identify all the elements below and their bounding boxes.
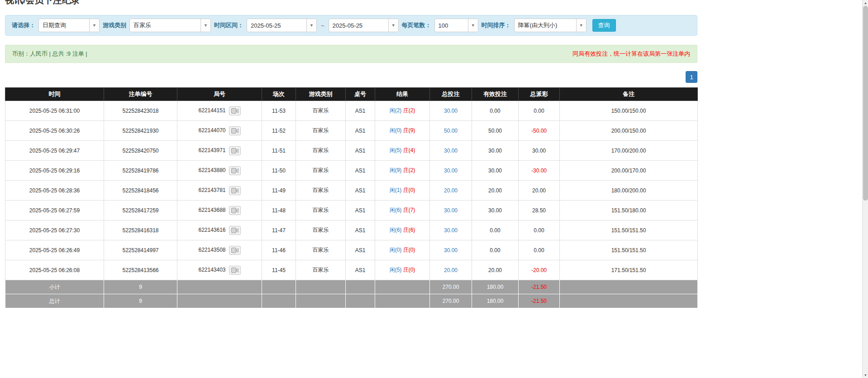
subtotal-row: 小计9270.00180.00-21.50 xyxy=(5,280,698,294)
round-number: 622143403 xyxy=(198,267,225,273)
cell-table-number: AS1 xyxy=(346,220,375,240)
round-number: 622143688 xyxy=(198,207,225,213)
cell-remark: 171.50/151.50 xyxy=(560,260,698,280)
total-bet-link[interactable]: 30.00 xyxy=(444,227,458,234)
date-range-separator: ~ xyxy=(320,22,325,29)
video-replay-icon[interactable] xyxy=(229,166,241,175)
table-row: 2025-05-25 06:28:36522528418456622143781… xyxy=(5,181,698,201)
cell-table-number: AS1 xyxy=(346,181,375,201)
game-type-label: 游戏类别 xyxy=(103,21,126,29)
cell-payout: 0.00 xyxy=(519,220,560,240)
cell-bet-number: 522528414997 xyxy=(104,240,177,260)
total-bet-link[interactable]: 30.00 xyxy=(444,108,458,114)
scroll-up-arrow-icon[interactable]: ▲ xyxy=(863,0,868,6)
total-bet-link[interactable]: 50.00 xyxy=(444,128,458,134)
cell-result: 闲(5) 庄(4) xyxy=(375,141,430,161)
video-replay-icon[interactable] xyxy=(229,266,241,275)
cell-valid-bet: 50.00 xyxy=(472,121,519,141)
time-sort-dropdown[interactable]: 降冪(由大到小) ▼ xyxy=(514,19,587,32)
cell-round-number: 622144070 xyxy=(177,121,262,141)
game-type-dropdown[interactable]: 百家乐 ▼ xyxy=(129,19,211,32)
footer-cell: 9 xyxy=(104,280,177,294)
total-bet-link[interactable]: 20.00 xyxy=(444,187,458,194)
round-number: 622143781 xyxy=(198,187,225,193)
total-bet-link[interactable]: 30.00 xyxy=(444,148,458,154)
cell-session: 11-48 xyxy=(262,201,296,220)
video-replay-icon[interactable] xyxy=(229,126,241,135)
footer-cell: 270.00 xyxy=(430,280,472,294)
cell-bet-number: 522528421930 xyxy=(104,121,177,141)
scroll-down-arrow-icon[interactable]: ▼ xyxy=(863,372,868,378)
cell-time: 2025-05-25 06:28:36 xyxy=(5,181,104,201)
cell-bet-number: 522528423018 xyxy=(104,101,177,121)
cell-round-number: 622143971 xyxy=(177,141,262,161)
grand-total-row: 总计9270.00180.00-21.50 xyxy=(5,294,698,308)
chevron-down-icon[interactable]: ▼ xyxy=(306,19,316,32)
total-bet-link[interactable]: 30.00 xyxy=(444,247,458,254)
cell-total-bet: 30.00 xyxy=(430,220,472,240)
footer-cell xyxy=(177,294,262,308)
vertical-scrollbar[interactable]: ▲ ▼ xyxy=(862,0,868,378)
cell-table-number: AS1 xyxy=(346,101,375,121)
cell-time: 2025-05-25 06:31:00 xyxy=(5,101,104,121)
chevron-down-icon[interactable]: ▼ xyxy=(200,19,210,32)
video-replay-icon[interactable] xyxy=(229,206,241,215)
cell-session: 11-46 xyxy=(262,240,296,260)
table-row: 2025-05-25 06:26:08522528413566622143403… xyxy=(5,260,698,280)
column-header: 场次 xyxy=(262,88,296,101)
chevron-down-icon[interactable]: ▼ xyxy=(468,19,478,32)
cell-total-bet: 30.00 xyxy=(430,141,472,161)
per-page-dropdown[interactable]: 100 ▼ xyxy=(434,19,478,32)
cell-result: 闲(9) 庄(2) xyxy=(375,161,430,181)
table-header: 时间注单编号局号场次游戏类别桌号结果总投注有效投注总派彩备注 xyxy=(5,88,698,101)
scrollbar-thumb[interactable] xyxy=(863,6,868,201)
currency-total-info: 币别：人民币 | 总共 :9 注单 | xyxy=(12,50,87,58)
cell-time: 2025-05-25 06:27:59 xyxy=(5,201,104,220)
chevron-down-icon[interactable]: ▼ xyxy=(89,19,99,32)
search-button[interactable]: 查询 xyxy=(592,19,616,32)
video-replay-icon[interactable] xyxy=(229,246,241,255)
pagination: 1 xyxy=(5,71,697,83)
cell-time: 2025-05-25 06:30:26 xyxy=(5,121,104,141)
cell-session: 11-47 xyxy=(262,220,296,240)
query-type-dropdown[interactable]: 日期查询 ▼ xyxy=(38,19,100,32)
footer-cell xyxy=(560,294,698,308)
date-from-dropdown[interactable]: 2025-05-25 ▼ xyxy=(247,19,317,32)
cell-valid-bet: 20.00 xyxy=(472,260,519,280)
cell-game-type: 百家乐 xyxy=(296,220,346,240)
filter-bar: 请选择： 日期查询 ▼ 游戏类别 百家乐 ▼ 时间区间： 2025-05-25 … xyxy=(5,15,697,36)
round-number: 622143616 xyxy=(198,227,225,233)
round-number: 622144151 xyxy=(198,107,225,114)
cell-session: 11-50 xyxy=(262,161,296,181)
cell-round-number: 622143403 xyxy=(177,260,262,280)
round-number: 622144070 xyxy=(198,127,225,134)
column-header: 结果 xyxy=(375,88,430,101)
date-to-dropdown[interactable]: 2025-05-25 ▼ xyxy=(329,19,399,32)
cell-remark: 200.00/150.00 xyxy=(560,121,698,141)
column-header: 桌号 xyxy=(346,88,375,101)
footer-cell xyxy=(560,280,698,294)
pagination-page-1[interactable]: 1 xyxy=(686,71,697,83)
video-replay-icon[interactable] xyxy=(229,186,241,195)
table-row: 2025-05-25 06:29:47522528420750622143971… xyxy=(5,141,698,161)
footer-cell: 270.00 xyxy=(430,294,472,308)
cell-payout: 30.00 xyxy=(519,141,560,161)
cell-time: 2025-05-25 06:27:30 xyxy=(5,220,104,240)
total-bet-link[interactable]: 20.00 xyxy=(444,267,458,273)
total-bet-link[interactable]: 30.00 xyxy=(444,167,458,174)
cell-round-number: 622143508 xyxy=(177,240,262,260)
video-replay-icon[interactable] xyxy=(229,226,241,235)
result-player: 闲(6) xyxy=(390,227,402,233)
chevron-down-icon[interactable]: ▼ xyxy=(388,19,398,32)
video-replay-icon[interactable] xyxy=(229,106,241,115)
cell-bet-number: 522528416318 xyxy=(104,220,177,240)
chevron-down-icon[interactable]: ▼ xyxy=(576,19,586,32)
video-replay-icon[interactable] xyxy=(229,146,241,155)
cell-bet-number: 522528418456 xyxy=(104,181,177,201)
total-bet-link[interactable]: 30.00 xyxy=(444,207,458,214)
table-row: 2025-05-25 06:27:59522528417259622143688… xyxy=(5,201,698,220)
cell-result: 闲(6) 庄(6) xyxy=(375,220,430,240)
footer-cell xyxy=(177,280,262,294)
table-body: 2025-05-25 06:31:00522528423018622144151… xyxy=(5,101,698,280)
result-banker: 庄(6) xyxy=(403,227,415,233)
